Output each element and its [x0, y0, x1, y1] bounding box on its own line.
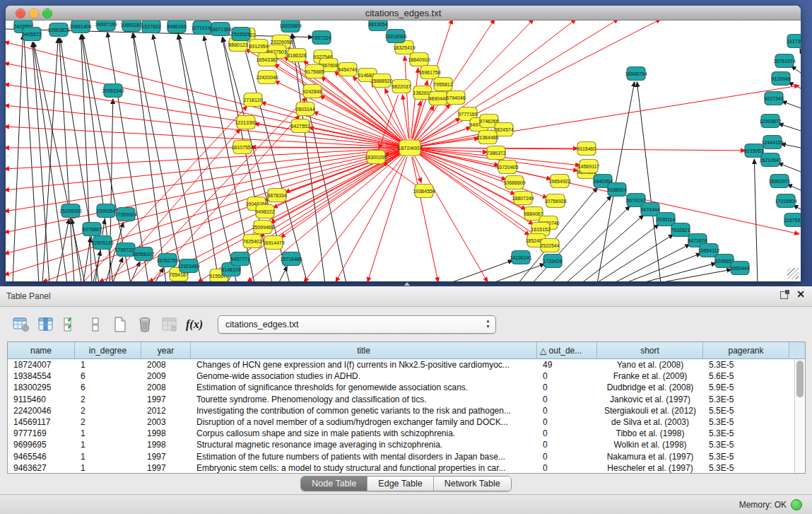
- graph-node[interactable]: 16671388: [209, 23, 231, 36]
- graph-node[interactable]: 10756928: [544, 194, 566, 208]
- graph-node[interactable]: 7386372: [486, 146, 505, 160]
- graph-node[interactable]: 1527602: [141, 21, 160, 33]
- graph-node[interactable]: 2718120: [243, 93, 262, 107]
- graph-node[interactable]: 16033809: [279, 21, 301, 33]
- network-canvas[interactable]: 1872400779638228860123891295423226058982…: [6, 21, 801, 281]
- show-column-button[interactable]: [35, 313, 57, 336]
- graph-node[interactable]: 18640910: [408, 53, 430, 66]
- table-row[interactable]: 1830029562008Estimation of significance …: [8, 382, 794, 393]
- float-panel-icon[interactable]: [780, 290, 789, 299]
- graph-node[interactable]: 16210643: [759, 153, 781, 167]
- graph-node[interactable]: 8186328: [287, 49, 306, 62]
- graph-node[interactable]: 7515526: [231, 28, 250, 41]
- delete-table-button[interactable]: [134, 313, 156, 336]
- graph-node[interactable]: 14569117: [578, 160, 600, 173]
- graph-node[interactable]: 15716485: [280, 252, 302, 266]
- graph-node[interactable]: 8215953: [744, 144, 763, 158]
- column-header-in_degree[interactable]: in_degree: [75, 342, 141, 358]
- column-header-out_de[interactable]: △ out_de...: [537, 342, 597, 358]
- graph-node[interactable]: 18724007: [397, 140, 423, 156]
- import-table-button[interactable]: [158, 313, 181, 336]
- tab-edge-table[interactable]: Edge Table: [367, 477, 433, 491]
- graph-node[interactable]: 9129946: [771, 72, 790, 86]
- column-header-short[interactable]: short: [597, 342, 703, 358]
- graph-node[interactable]: 7857224: [312, 31, 331, 45]
- table-row[interactable]: 969969511998Structural magnetic resonanc…: [8, 439, 794, 450]
- graph-node[interactable]: 9457771: [230, 252, 249, 266]
- table-row[interactable]: 2242004622012Investigating the contribut…: [8, 405, 794, 416]
- row-height-button[interactable]: [84, 313, 107, 336]
- graph-node[interactable]: 9405572: [22, 28, 41, 41]
- graph-node[interactable]: 9227343: [764, 92, 783, 105]
- graph-node[interactable]: 16782759: [156, 254, 178, 267]
- graph-node[interactable]: 16543382: [256, 53, 278, 66]
- graph-node[interactable]: 7955812: [433, 78, 452, 91]
- window-titlebar[interactable]: citations_edges.txt: [6, 6, 801, 21]
- graph-node[interactable]: 20691406: [69, 21, 91, 33]
- graph-node[interactable]: 10553829: [47, 23, 69, 37]
- graph-node[interactable]: 12093872: [759, 115, 781, 128]
- table-settings-button[interactable]: [10, 313, 33, 336]
- graph-node[interactable]: 14136141: [510, 251, 531, 264]
- graph-node[interactable]: 16961758: [418, 66, 440, 79]
- graph-node[interactable]: 5975887: [82, 223, 101, 236]
- graph-node[interactable]: 18300295: [365, 151, 387, 164]
- table-row[interactable]: 946362711997Embryonic stem cells: a mode…: [8, 462, 794, 473]
- tab-node-table[interactable]: Node Table: [301, 477, 367, 491]
- graph-node[interactable]: 25206050: [59, 204, 81, 218]
- function-builder-button[interactable]: f(x): [183, 313, 206, 336]
- graph-node[interactable]: 1733426: [543, 255, 562, 268]
- graph-node[interactable]: 16648794: [625, 67, 647, 81]
- graph-node[interactable]: 2803144: [295, 103, 314, 116]
- graph-node[interactable]: 9115460: [577, 142, 596, 156]
- graph-node[interactable]: 10653287: [120, 21, 142, 32]
- graph-node[interactable]: 12923469: [177, 259, 199, 273]
- graph-node[interactable]: 7625402: [242, 235, 261, 248]
- vertical-scrollbar[interactable]: [794, 359, 805, 473]
- split-pane-divider[interactable]: [401, 281, 411, 286]
- graph-node[interactable]: 8454749: [338, 63, 357, 76]
- graph-node[interactable]: 9498222: [255, 205, 274, 218]
- table-row[interactable]: 1456911722003Disruption of a novel membe…: [8, 416, 794, 428]
- column-header-title[interactable]: title: [191, 342, 537, 358]
- column-header-pagerank[interactable]: pagerank: [703, 342, 789, 358]
- close-panel-icon[interactable]: ✕: [796, 290, 805, 299]
- graph-node[interactable]: 9822037: [392, 80, 411, 93]
- graph-node[interactable]: 1167533: [784, 214, 801, 227]
- canvas-resize-grip[interactable]: [787, 268, 799, 279]
- graph-node[interactable]: 8912954: [249, 40, 268, 53]
- graph-node[interactable]: 17016504: [775, 194, 796, 208]
- graph-node[interactable]: 16720405: [496, 160, 518, 174]
- graph-node[interactable]: 6794046: [446, 91, 465, 105]
- graph-node[interactable]: 1117304: [787, 35, 801, 48]
- graph-node[interactable]: 21364486: [476, 131, 498, 144]
- graph-node[interactable]: 12505135: [91, 236, 113, 250]
- graph-node[interactable]: 9175685: [305, 65, 324, 78]
- graph-node[interactable]: 19654923: [548, 175, 570, 188]
- graph-node[interactable]: 8878334: [267, 189, 286, 202]
- graph-node[interactable]: 7632621: [671, 223, 690, 237]
- scrollbar-thumb[interactable]: [796, 361, 804, 397]
- graph-node[interactable]: 15992971: [768, 175, 790, 188]
- graph-node[interactable]: 24937199: [95, 21, 117, 31]
- graph-node[interactable]: 19384554: [413, 185, 435, 198]
- table-row[interactable]: 946554611997Estimation of the future num…: [8, 451, 794, 462]
- table-row[interactable]: 977716911998Corpus callosum shape and si…: [8, 428, 794, 439]
- graph-node[interactable]: 8427552: [290, 119, 310, 133]
- table-row[interactable]: 911546021997Tourette syndrome. Phenomeno…: [8, 394, 794, 405]
- graph-node[interactable]: 8813054: [368, 21, 387, 31]
- graph-node[interactable]: 16958107: [132, 247, 154, 261]
- graph-node[interactable]: 8466160: [167, 21, 186, 33]
- graph-node[interactable]: 9338924: [607, 183, 626, 197]
- select-rows-button[interactable]: [59, 313, 82, 336]
- table-row[interactable]: 1872400712008Changes of HCN gene express…: [8, 359, 794, 370]
- graph-node[interactable]: 2522544: [540, 239, 559, 252]
- graph-node[interactable]: 19218986: [384, 30, 406, 43]
- graph-node[interactable]: 12444159: [761, 136, 783, 149]
- table-select-dropdown[interactable]: citations_edges.txt ▲▼: [218, 315, 496, 334]
- new-table-button[interactable]: [109, 313, 131, 336]
- graph-node[interactable]: 1599354: [96, 204, 115, 218]
- graph-node[interactable]: 10688609: [503, 176, 525, 189]
- graph-node[interactable]: 9890448: [428, 92, 447, 105]
- graph-node[interactable]: 15751074: [773, 54, 795, 68]
